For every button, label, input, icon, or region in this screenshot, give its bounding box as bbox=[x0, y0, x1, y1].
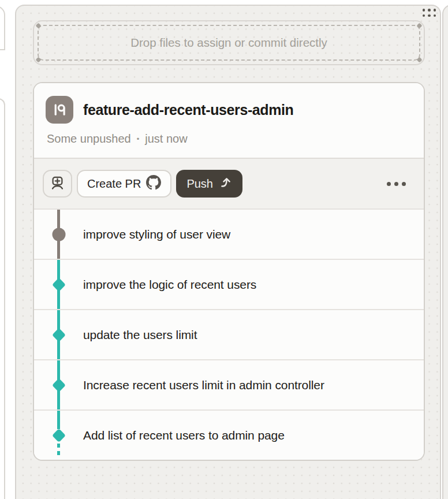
new-commit-button[interactable] bbox=[43, 170, 72, 198]
commit-marker-icon bbox=[51, 277, 65, 291]
commit-marker-icon bbox=[51, 378, 65, 392]
branch-card: feature-add-recent-users-admin Some unpu… bbox=[33, 82, 425, 461]
file-drop-zone[interactable]: Drop files to assign or commit directly bbox=[33, 20, 425, 65]
branch-updated-time: just now bbox=[145, 132, 187, 146]
branch-status: Some unpushed bbox=[47, 132, 131, 146]
commit-list: improve styling of user view improve the… bbox=[34, 208, 424, 460]
drop-zone-label: Drop files to assign or commit directly bbox=[130, 36, 327, 50]
adjacent-lane-right bbox=[442, 5, 448, 499]
commit-row[interactable]: improve styling of user view bbox=[34, 208, 424, 259]
corner-dot-icon bbox=[417, 23, 423, 29]
create-pr-button[interactable]: Create PR bbox=[77, 170, 171, 198]
commit-marker-icon bbox=[52, 228, 65, 241]
corner-dot-icon bbox=[36, 57, 42, 63]
create-pr-label: Create PR bbox=[87, 177, 141, 191]
commit-title: improve the logic of recent users bbox=[83, 278, 256, 292]
commit-marker-icon bbox=[51, 327, 65, 341]
github-icon bbox=[146, 175, 161, 193]
commit-row[interactable]: improve the logic of recent users bbox=[34, 259, 424, 309]
ellipsis-icon bbox=[387, 182, 391, 186]
commit-title: improve styling of user view bbox=[83, 228, 230, 241]
branch-lane: Drop files to assign or commit directly … bbox=[15, 5, 441, 499]
commit-rail-line bbox=[57, 411, 60, 429]
commit-row[interactable]: update the users limit bbox=[34, 309, 424, 359]
branch-name: feature-add-recent-users-admin bbox=[83, 102, 293, 118]
branch-toolbar: Create PR Push bbox=[34, 158, 424, 208]
commit-row[interactable]: Increase recent users limit in admin con… bbox=[34, 359, 424, 409]
branch-card-header[interactable]: feature-add-recent-users-admin Some unpu… bbox=[34, 83, 424, 158]
corner-dot-icon bbox=[36, 23, 42, 29]
branch-icon bbox=[46, 96, 73, 124]
drag-grip-dots-icon[interactable] bbox=[423, 9, 436, 17]
push-button[interactable]: Push bbox=[176, 170, 242, 198]
new-commit-icon bbox=[50, 175, 65, 192]
commit-rail-dotted-line bbox=[57, 444, 60, 459]
corner-dot-icon bbox=[417, 57, 423, 63]
push-label: Push bbox=[186, 177, 213, 191]
commit-title: Increase recent users limit in admin con… bbox=[83, 378, 324, 392]
adjacent-panel-bottom bbox=[0, 98, 5, 499]
file-drop-zone-dashed-area: Drop files to assign or commit directly bbox=[38, 25, 420, 61]
commit-title: Add list of recent users to admin page bbox=[83, 429, 285, 442]
adjacent-panel-top bbox=[0, 6, 5, 50]
commit-row[interactable]: Add list of recent users to admin page bbox=[34, 409, 424, 460]
branch-menu-button[interactable] bbox=[384, 177, 408, 191]
commit-title: update the users limit bbox=[83, 328, 197, 342]
separator-dot: • bbox=[137, 135, 140, 143]
arrow-up-curve-icon bbox=[219, 176, 232, 192]
commit-marker-icon bbox=[51, 428, 65, 442]
